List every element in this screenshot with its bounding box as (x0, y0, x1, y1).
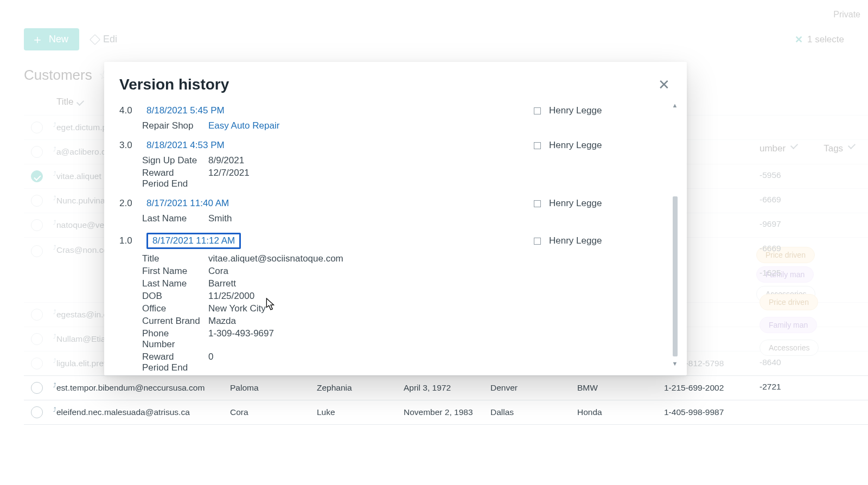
row-select-checkbox[interactable] (31, 382, 43, 394)
field-value: Smith (208, 213, 668, 224)
table-row[interactable]: ⤴eleifend.nec.malesuada@atrisus.caCoraLu… (24, 400, 868, 425)
version-date-link[interactable]: 8/18/2021 5:45 PM (146, 105, 529, 116)
cell-phone: -2721 (760, 382, 781, 392)
cell-dob: April 3, 1972 (404, 383, 451, 392)
field-value: 11/25/2000 (208, 291, 668, 302)
version-modified-by: Henry Legge (549, 140, 668, 151)
cell-title: est.tempor.bibendum@neccursusa.com (56, 383, 205, 392)
version-number: 1.0 (119, 235, 142, 246)
field-value: 12/7/2021 (208, 168, 668, 189)
version-number: 3.0 (119, 140, 142, 151)
scrollbar[interactable]: ▲ ▼ (671, 101, 679, 368)
version-date-link[interactable]: 8/17/2021 11:12 AM (146, 233, 529, 249)
version-modified-by: Henry Legge (549, 235, 668, 246)
version-checkbox[interactable] (534, 200, 541, 207)
field-label: Reward Period End (142, 168, 203, 189)
cell-office: Dallas (490, 407, 514, 417)
version-number: 4.0 (119, 105, 142, 116)
version-row: 3.08/18/2021 4:53 PMHenry Legge (119, 138, 668, 153)
field-value: 8/9/2021 (208, 155, 668, 166)
table-row-right: -2721 (760, 374, 868, 399)
field-value: 1-309-493-9697 (208, 328, 668, 350)
cell-last: Luke (317, 407, 335, 417)
version-row: 1.08/17/2021 11:12 AMHenry Legge (119, 231, 668, 251)
close-icon: ✕ (658, 76, 670, 93)
version-history-dialog: Version history ✕ 4.08/18/2021 5:45 PMHe… (104, 62, 687, 375)
cell-brand: BMW (577, 383, 598, 392)
field-label: Last Name (142, 213, 203, 224)
version-row: 2.08/17/2021 11:40 AMHenry Legge (119, 196, 668, 211)
field-label: Last Name (142, 278, 203, 289)
version-checkbox[interactable] (534, 107, 541, 114)
cell-phone: 1-215-699-2002 (664, 383, 724, 392)
version-date-link[interactable]: 8/17/2021 11:40 AM (146, 198, 529, 209)
version-row: 4.08/18/2021 5:45 PMHenry Legge (119, 103, 668, 118)
cell-last: Zephania (317, 383, 352, 392)
cell-brand: Honda (577, 407, 602, 417)
dialog-scroll-region: 4.08/18/2021 5:45 PMHenry LeggeRepair Sh… (104, 101, 684, 373)
field-value: Mazda (208, 316, 668, 327)
field-label: Repair Shop (142, 120, 203, 131)
cell-dob: November 2, 1983 (404, 407, 473, 417)
field-label: Reward Period End (142, 352, 203, 373)
close-button[interactable]: ✕ (656, 77, 672, 92)
field-label: Current Brand (142, 316, 203, 327)
field-label: Phone Number (142, 328, 203, 350)
cell-first: Paloma (230, 383, 259, 392)
scrollbar-up-arrow[interactable]: ▲ (671, 101, 679, 110)
field-label: Office (142, 303, 203, 314)
version-fields: Titlevitae.aliquet@sociisnatoque.comFirs… (142, 253, 668, 373)
field-label: Title (142, 253, 203, 264)
version-fields: Sign Up Date8/9/2021Reward Period End12/… (142, 155, 668, 189)
field-label: Sign Up Date (142, 155, 203, 166)
cell-title: eleifend.nec.malesuada@atrisus.ca (56, 407, 190, 417)
version-checkbox[interactable] (534, 142, 541, 149)
scrollbar-thumb[interactable] (673, 196, 678, 356)
version-modified-by: Henry Legge (549, 105, 668, 116)
version-date-link[interactable]: 8/18/2021 4:53 PM (146, 140, 529, 151)
version-number: 2.0 (119, 198, 142, 209)
version-checkbox[interactable] (534, 238, 541, 245)
version-fields: Last NameSmith (142, 213, 668, 224)
field-value: Cora (208, 266, 668, 277)
field-label: DOB (142, 291, 203, 302)
scrollbar-down-arrow[interactable]: ▼ (671, 359, 679, 368)
field-value[interactable]: Easy Auto Repair (208, 120, 668, 131)
row-select-checkbox[interactable] (31, 406, 43, 418)
field-value: vitae.aliquet@sociisnatoque.com (208, 253, 668, 264)
field-value: 0 (208, 352, 668, 373)
field-label: First Name (142, 266, 203, 277)
field-value: Barrett (208, 278, 668, 289)
table-row[interactable]: ⤴est.tempor.bibendum@neccursusa.comPalom… (24, 376, 868, 400)
version-fields: Repair ShopEasy Auto Repair (142, 120, 668, 131)
dialog-title: Version history (119, 76, 229, 93)
field-value: New York City (208, 303, 668, 314)
version-modified-by: Henry Legge (549, 198, 668, 209)
cell-phone: 1-405-998-9987 (664, 407, 724, 417)
cell-office: Denver (490, 383, 518, 392)
cell-first: Cora (230, 407, 248, 417)
